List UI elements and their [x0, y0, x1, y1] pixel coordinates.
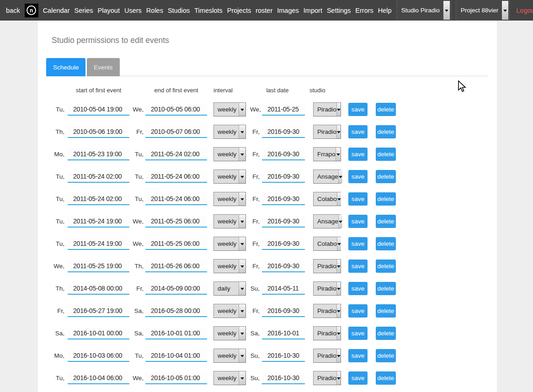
- last-date-input[interactable]: [262, 170, 305, 183]
- save-button[interactable]: save: [348, 237, 368, 250]
- delete-button[interactable]: delete: [376, 215, 396, 228]
- start-datetime-input[interactable]: [68, 126, 129, 138]
- end-datetime-input[interactable]: [145, 305, 207, 317]
- last-date-input[interactable]: [262, 215, 305, 228]
- end-datetime-input[interactable]: [145, 126, 207, 138]
- end-datetime-input[interactable]: [145, 327, 207, 339]
- save-button[interactable]: save: [348, 371, 368, 385]
- end-datetime-input[interactable]: [145, 260, 207, 272]
- interval-select[interactable]: weekly: [213, 349, 246, 363]
- delete-button[interactable]: delete: [376, 237, 396, 250]
- studio-select[interactable]: Colabo: [313, 192, 341, 206]
- start-datetime-input[interactable]: [68, 103, 129, 116]
- studio-select[interactable]: Piradio: [313, 326, 341, 340]
- end-datetime-input[interactable]: [145, 215, 207, 228]
- save-button[interactable]: save: [348, 282, 368, 295]
- interval-select[interactable]: weekly: [213, 102, 246, 117]
- delete-button[interactable]: delete: [376, 371, 396, 385]
- save-button[interactable]: save: [348, 327, 368, 340]
- end-datetime-input[interactable]: [145, 372, 207, 384]
- save-button[interactable]: save: [348, 148, 368, 161]
- last-date-input[interactable]: [262, 305, 305, 317]
- studio-select[interactable]: Piradio: [313, 259, 341, 273]
- delete-button[interactable]: delete: [376, 192, 396, 206]
- studio-select[interactable]: Piradio: [313, 102, 341, 117]
- nav-item-images[interactable]: Images: [277, 7, 299, 14]
- studio-select[interactable]: Piradio: [313, 371, 341, 385]
- start-datetime-input[interactable]: [68, 215, 129, 228]
- interval-select[interactable]: weekly: [213, 125, 246, 139]
- start-datetime-input[interactable]: [68, 193, 129, 205]
- save-button[interactable]: save: [348, 125, 368, 138]
- delete-button[interactable]: delete: [376, 282, 396, 295]
- interval-select[interactable]: daily: [213, 281, 246, 296]
- last-date-input[interactable]: [262, 148, 305, 160]
- interval-select[interactable]: weekly: [213, 259, 246, 273]
- nav-item-roster[interactable]: roster: [256, 7, 272, 14]
- interval-select[interactable]: weekly: [213, 371, 246, 385]
- last-date-input[interactable]: [262, 103, 305, 116]
- delete-button[interactable]: delete: [376, 304, 396, 318]
- studio-select[interactable]: Piradio: [313, 281, 341, 296]
- nav-item-roles[interactable]: Roles: [146, 7, 163, 14]
- studio-select[interactable]: Piradio: [313, 125, 341, 139]
- delete-button[interactable]: delete: [376, 170, 396, 183]
- end-datetime-input[interactable]: [145, 170, 207, 183]
- nav-item-help[interactable]: Help: [378, 7, 392, 14]
- save-button[interactable]: save: [348, 215, 368, 228]
- studio-select[interactable]: Ansage: [313, 170, 341, 184]
- delete-button[interactable]: delete: [376, 327, 396, 340]
- logo-icon[interactable]: n: [25, 4, 38, 17]
- interval-select[interactable]: weekly: [213, 214, 246, 228]
- end-datetime-input[interactable]: [145, 103, 207, 116]
- delete-button[interactable]: delete: [376, 125, 396, 138]
- start-datetime-input[interactable]: [68, 327, 129, 339]
- studio-select[interactable]: Colabo: [313, 237, 341, 251]
- last-date-input[interactable]: [262, 372, 305, 384]
- last-date-input[interactable]: [262, 260, 305, 272]
- nav-item-projects[interactable]: Projects: [227, 7, 251, 14]
- start-datetime-input[interactable]: [68, 170, 129, 183]
- interval-select[interactable]: weekly: [213, 192, 246, 206]
- start-datetime-input[interactable]: [68, 282, 129, 295]
- studio-select[interactable]: Piradio: [313, 304, 341, 318]
- start-datetime-input[interactable]: [68, 372, 129, 384]
- last-date-input[interactable]: [262, 193, 305, 205]
- tab-schedule[interactable]: Schedule: [46, 58, 85, 76]
- nav-item-timeslots[interactable]: Timeslots: [194, 7, 223, 14]
- start-datetime-input[interactable]: [68, 260, 129, 272]
- interval-select[interactable]: weekly: [213, 304, 246, 318]
- nav-item-errors[interactable]: Errors: [355, 7, 373, 14]
- delete-button[interactable]: delete: [376, 349, 396, 362]
- nav-item-users[interactable]: Users: [124, 7, 142, 14]
- nav-item-calendar[interactable]: Calendar: [43, 7, 70, 14]
- project-switcher-select[interactable]: Project 88vier: [456, 0, 510, 21]
- interval-select[interactable]: weekly: [213, 170, 246, 184]
- save-button[interactable]: save: [348, 192, 368, 206]
- nav-item-series[interactable]: Series: [74, 7, 93, 14]
- end-datetime-input[interactable]: [145, 350, 207, 362]
- studio-switcher-select[interactable]: Studio Piradio: [396, 0, 451, 21]
- save-button[interactable]: save: [348, 349, 368, 362]
- last-date-input[interactable]: [262, 350, 305, 362]
- delete-button[interactable]: delete: [376, 148, 396, 161]
- save-button[interactable]: save: [348, 260, 368, 273]
- last-date-input[interactable]: [262, 126, 305, 138]
- delete-button[interactable]: delete: [376, 260, 396, 273]
- tab-events[interactable]: Events: [87, 58, 119, 76]
- save-button[interactable]: save: [348, 103, 368, 116]
- save-button[interactable]: save: [348, 304, 368, 318]
- studio-select[interactable]: Ansage: [313, 214, 341, 228]
- studio-select[interactable]: Frrapo: [313, 147, 341, 161]
- start-datetime-input[interactable]: [68, 238, 129, 250]
- back-link[interactable]: back: [6, 7, 20, 14]
- interval-select[interactable]: weekly: [213, 326, 246, 340]
- start-datetime-input[interactable]: [68, 148, 129, 160]
- start-datetime-input[interactable]: [68, 350, 129, 362]
- last-date-input[interactable]: [262, 282, 305, 295]
- interval-select[interactable]: weekly: [213, 237, 246, 251]
- interval-select[interactable]: weekly: [213, 147, 246, 161]
- nav-item-studios[interactable]: Studios: [168, 7, 190, 14]
- nav-item-settings[interactable]: Settings: [327, 7, 351, 14]
- nav-item-import[interactable]: Import: [304, 7, 322, 14]
